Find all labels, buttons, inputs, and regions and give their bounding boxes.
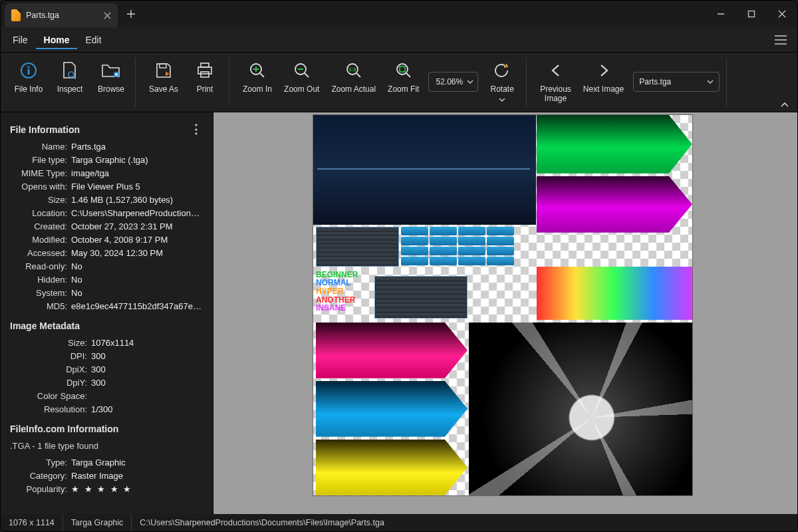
v-cspace [91, 391, 202, 401]
file-information-list: Name:Parts.tga File type:Targa Graphic (… [10, 142, 202, 311]
chevron-down-icon [467, 80, 473, 84]
v-md5: e8e1c9ec4477115b2df347a67ee8b2e1 [71, 301, 202, 311]
zoom-in-label: Zoom In [243, 84, 272, 94]
v-dpiy: 300 [91, 378, 202, 388]
svg-rect-9 [201, 72, 209, 77]
titlebar: Parts.tga [1, 1, 797, 27]
zoom-in-icon [247, 61, 267, 80]
zoom-fit-button[interactable]: Zoom Fit [385, 58, 422, 96]
window-controls [706, 1, 797, 27]
folder-icon [101, 61, 121, 80]
fileinfo-com-list: Type:Targa Graphic Category:Raster Image… [10, 458, 202, 494]
svg-rect-15 [400, 66, 405, 72]
zoom-level-value: 52.06% [436, 77, 463, 86]
v-mime: image/tga [71, 168, 202, 178]
file-info-label: File Info [15, 84, 43, 94]
rotate-icon [492, 61, 512, 80]
info-panel-scroll[interactable]: File Information ⋮ Name:Parts.tga File t… [1, 112, 207, 514]
zoom-actual-button[interactable]: 1:1 Zoom Actual [329, 58, 378, 96]
info-icon [19, 61, 39, 80]
v-ficat: Raster Image [71, 471, 202, 481]
rotate-label: Rotate [490, 84, 513, 94]
v-dpi: 300 [91, 351, 202, 361]
status-format: Targa Graphic [63, 514, 132, 531]
svg-point-4 [68, 72, 74, 77]
new-tab-button[interactable] [118, 1, 144, 27]
tab-title: Parts.tga [26, 11, 59, 20]
svg-point-2 [27, 66, 29, 68]
chevron-left-icon [546, 61, 566, 80]
menu-edit[interactable]: Edit [77, 31, 109, 49]
ribbon: File Info Inspect Browse Save As Print [1, 53, 797, 112]
v-res: 1/300 [91, 404, 202, 414]
menu-file[interactable]: File [5, 31, 36, 49]
previous-image-label: Previous Image [540, 84, 571, 104]
inspect-label: Inspect [57, 84, 83, 94]
print-button[interactable]: Print [188, 58, 222, 96]
image-content: BEGINNER NORMAL HYPER ANOTHER INSANE [313, 115, 692, 495]
document-icon [11, 9, 21, 21]
browse-label: Browse [98, 84, 124, 94]
chevron-down-icon [499, 98, 505, 102]
fileinfo-com-subtext: .TGA - 1 file type found [10, 441, 202, 451]
v-modified: October 4, 2008 9:17 PM [71, 235, 202, 245]
v-system: No [71, 288, 202, 298]
difficulty-labels: BEGINNER NORMAL HYPER ANOTHER INSANE [316, 271, 358, 313]
info-panel: File Information ⋮ Name:Parts.tga File t… [1, 112, 213, 514]
hamburger-icon[interactable] [768, 31, 793, 49]
main-area: File Information ⋮ Name:Parts.tga File t… [1, 112, 797, 514]
chevron-down-icon [707, 80, 714, 84]
v-imgsize: 1076x1114 [91, 338, 202, 348]
image-canvas[interactable]: BEGINNER NORMAL HYPER ANOTHER INSANE [213, 112, 797, 514]
inspect-button[interactable]: Inspect [53, 58, 87, 96]
v-size: 1.46 MB (1,527,360 bytes) [71, 195, 202, 205]
file-select-value: Parts.tga [639, 77, 671, 86]
next-image-button[interactable]: Next Image [581, 58, 626, 96]
v-accessed: May 30, 2024 12:30 PM [71, 248, 202, 258]
chevron-right-icon [594, 61, 614, 80]
zoom-out-button[interactable]: Zoom Out [281, 58, 322, 96]
file-select[interactable]: Parts.tga [633, 72, 720, 92]
menu-home[interactable]: Home [36, 31, 78, 49]
file-information-heading: File Information [10, 124, 80, 135]
panel-menu-icon[interactable]: ⋮ [190, 126, 202, 132]
close-window-button[interactable] [767, 1, 797, 27]
print-label: Print [197, 84, 213, 94]
zoom-out-label: Zoom Out [284, 84, 319, 94]
file-info-button[interactable]: File Info [11, 58, 46, 96]
v-readonly: No [71, 261, 202, 271]
tab-parts-tga[interactable]: Parts.tga [5, 3, 118, 27]
v-created: October 27, 2023 2:31 PM [71, 221, 202, 231]
zoom-in-button[interactable]: Zoom In [240, 58, 275, 96]
svg-text:1:1: 1:1 [348, 66, 356, 72]
menubar: File Home Edit [1, 27, 797, 53]
v-fitype: Targa Graphic [71, 458, 202, 467]
svg-rect-8 [201, 63, 209, 67]
v-hidden: No [71, 275, 202, 285]
zoom-fit-label: Zoom Fit [388, 84, 419, 94]
zoom-actual-icon: 1:1 [344, 61, 364, 80]
close-tab-icon[interactable] [104, 12, 111, 19]
file-search-icon [60, 61, 80, 80]
svg-rect-0 [749, 11, 755, 17]
svg-rect-7 [198, 67, 211, 74]
printer-icon [195, 61, 215, 80]
v-fipopularity: ★ ★ ★ ★ ★ [71, 484, 202, 494]
browse-button[interactable]: Browse [94, 58, 128, 96]
v-location: C:\Users\SharpenedProductions\Docu... [71, 208, 202, 218]
save-as-button[interactable]: Save As [146, 58, 181, 96]
save-as-label: Save As [149, 84, 178, 94]
zoom-out-icon [292, 61, 312, 80]
svg-rect-6 [160, 64, 166, 68]
previous-image-button[interactable]: Previous Image [537, 58, 574, 106]
status-path: C:\Users\SharpenedProductions\Documents\… [132, 514, 392, 531]
svg-point-14 [397, 64, 408, 74]
rotate-button[interactable]: Rotate [485, 58, 519, 104]
minimize-button[interactable] [706, 1, 736, 27]
collapse-ribbon-button[interactable] [780, 101, 789, 108]
maximize-button[interactable] [736, 1, 767, 27]
zoom-actual-label: Zoom Actual [331, 84, 376, 94]
zoom-level-select[interactable]: 52.06% [428, 72, 478, 92]
statusbar: 1076 x 1114 Targa Graphic C:\Users\Sharp… [1, 514, 797, 531]
v-name: Parts.tga [71, 142, 202, 152]
